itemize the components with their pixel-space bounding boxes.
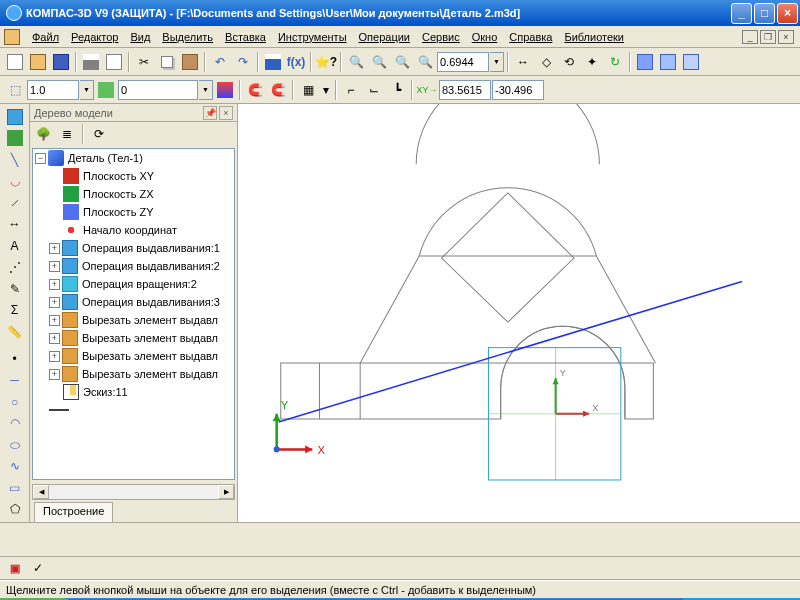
panel-close-button[interactable]: × bbox=[219, 106, 233, 120]
panel-pin-button[interactable]: 📌 bbox=[203, 106, 217, 120]
tool-arc[interactable]: ◠ bbox=[3, 414, 27, 434]
tool-rect[interactable]: ▭ bbox=[3, 478, 27, 498]
maximize-button[interactable]: □ bbox=[754, 3, 775, 24]
redo-button[interactable]: ↷ bbox=[232, 51, 254, 73]
tool-hatch[interactable]: ⋰ bbox=[3, 258, 27, 278]
mdi-restore[interactable]: ❐ bbox=[760, 30, 776, 44]
tool-sketch[interactable] bbox=[3, 107, 27, 127]
scroll-left-button[interactable]: ◀ bbox=[33, 485, 49, 499]
layer-input[interactable] bbox=[118, 80, 198, 100]
menu-window[interactable]: Окно bbox=[466, 29, 504, 45]
zoom-input[interactable] bbox=[437, 52, 489, 72]
menu-tools[interactable]: Инструменты bbox=[272, 29, 353, 45]
tool-edit[interactable]: ✎ bbox=[3, 279, 27, 299]
tab-build[interactable]: Построение bbox=[34, 502, 113, 522]
tool-surface[interactable]: ◡ bbox=[3, 172, 27, 192]
paste-button[interactable] bbox=[179, 51, 201, 73]
tool-dimension[interactable]: ↔ bbox=[3, 215, 27, 235]
tree-hscroll[interactable]: ◀ ▶ bbox=[32, 484, 235, 500]
tree-plane-xy[interactable]: Плоскость XY bbox=[83, 170, 154, 182]
menu-service[interactable]: Сервис bbox=[416, 29, 466, 45]
tree-op-6[interactable]: Вырезать элемент выдавл bbox=[82, 332, 218, 344]
help-button[interactable]: ⭐? bbox=[315, 51, 337, 73]
zoom-in-button[interactable]: 🔍 bbox=[345, 51, 367, 73]
stop-button[interactable]: ▣ bbox=[4, 557, 26, 579]
new-button[interactable] bbox=[4, 51, 26, 73]
tree-plane-zx[interactable]: Плоскость ZX bbox=[83, 188, 154, 200]
cut-button[interactable]: ✂ bbox=[133, 51, 155, 73]
tree-mode-1[interactable]: 🌳 bbox=[32, 123, 54, 145]
tool-point[interactable]: • bbox=[3, 349, 27, 369]
open-button[interactable] bbox=[27, 51, 49, 73]
menu-insert[interactable]: Вставка bbox=[219, 29, 272, 45]
tool-ellipse[interactable]: ⬭ bbox=[3, 435, 27, 455]
coord-x-input[interactable] bbox=[439, 80, 491, 100]
style-button[interactable]: ⬚ bbox=[4, 79, 26, 101]
tree-root[interactable]: Деталь (Тел-1) bbox=[68, 152, 143, 164]
refresh-button[interactable]: ↻ bbox=[604, 51, 626, 73]
tree-mode-2[interactable]: ≣ bbox=[56, 123, 78, 145]
tree-sketch[interactable]: Эскиз:11 bbox=[83, 386, 128, 398]
zoom-prev-button[interactable]: ◇ bbox=[535, 51, 557, 73]
tree-op-7[interactable]: Вырезать элемент выдавл bbox=[82, 350, 218, 362]
print-button[interactable] bbox=[80, 51, 102, 73]
tree-op-1[interactable]: Операция выдавливания:1 bbox=[82, 242, 220, 254]
mdi-minimize[interactable]: _ bbox=[742, 30, 758, 44]
model-tree[interactable]: −Деталь (Тел-1) Плоскость XY Плоскость Z… bbox=[32, 148, 235, 480]
style-input-1[interactable] bbox=[27, 80, 79, 100]
render-mode-1[interactable] bbox=[634, 51, 656, 73]
layer-manage-button[interactable] bbox=[214, 79, 236, 101]
rotate-button[interactable]: ⟲ bbox=[558, 51, 580, 73]
tree-op-8[interactable]: Вырезать элемент выдавл bbox=[82, 368, 218, 380]
tool-poly[interactable]: ⬠ bbox=[3, 500, 27, 520]
tree-origin[interactable]: Начало координат bbox=[83, 224, 177, 236]
tool-ruler[interactable]: 📏 bbox=[3, 322, 27, 342]
tool-measure[interactable]: ⟋ bbox=[3, 193, 27, 213]
zoom-dropdown[interactable]: ▼ bbox=[490, 52, 504, 72]
minimize-button[interactable]: _ bbox=[731, 3, 752, 24]
pan-button[interactable]: ↔ bbox=[512, 51, 534, 73]
tool-text[interactable]: A bbox=[3, 236, 27, 256]
close-button[interactable]: × bbox=[777, 3, 798, 24]
menu-operations[interactable]: Операции bbox=[353, 29, 416, 45]
snap-1[interactable]: 🧲 bbox=[244, 79, 266, 101]
orbit-button[interactable]: ✦ bbox=[581, 51, 603, 73]
coord-y-input[interactable] bbox=[492, 80, 544, 100]
zoom-out-button[interactable]: 🔍 bbox=[368, 51, 390, 73]
tool-seg[interactable]: ─ bbox=[3, 371, 27, 391]
apply-button[interactable]: ✓ bbox=[27, 557, 49, 579]
ortho-button[interactable]: ⌐ bbox=[340, 79, 362, 101]
menu-editor[interactable]: Редактор bbox=[65, 29, 124, 45]
tree-op-3[interactable]: Операция вращения:2 bbox=[82, 278, 197, 290]
grid-drop[interactable]: ▾ bbox=[320, 79, 332, 101]
zoom-fit-button[interactable]: 🔍 bbox=[414, 51, 436, 73]
render-mode-3[interactable] bbox=[680, 51, 702, 73]
mdi-close[interactable]: × bbox=[778, 30, 794, 44]
tool-line[interactable]: ╲ bbox=[3, 150, 27, 170]
grid-button[interactable]: ▦ bbox=[297, 79, 319, 101]
menu-select[interactable]: Выделить bbox=[156, 29, 219, 45]
tool-param[interactable]: Σ bbox=[3, 301, 27, 321]
menu-view[interactable]: Вид bbox=[124, 29, 156, 45]
fx-button[interactable]: f(x) bbox=[285, 51, 307, 73]
local-cs-button[interactable]: ⌙ bbox=[363, 79, 385, 101]
save-button[interactable] bbox=[50, 51, 72, 73]
preview-button[interactable] bbox=[103, 51, 125, 73]
menu-file[interactable]: Файл bbox=[26, 29, 65, 45]
menu-libraries[interactable]: Библиотеки bbox=[558, 29, 630, 45]
render-mode-2[interactable] bbox=[657, 51, 679, 73]
copy-button[interactable] bbox=[156, 51, 178, 73]
style-dropdown-1[interactable]: ▼ bbox=[80, 80, 94, 100]
tool-part[interactable] bbox=[3, 129, 27, 149]
zoom-window-button[interactable]: 🔍 bbox=[391, 51, 413, 73]
tree-refresh[interactable]: ⟳ bbox=[88, 123, 110, 145]
tree-op-2[interactable]: Операция выдавливания:2 bbox=[82, 260, 220, 272]
scroll-right-button[interactable]: ▶ bbox=[218, 485, 234, 499]
model-canvas[interactable]: X Y X Y bbox=[238, 104, 800, 522]
tree-op-4[interactable]: Операция выдавливания:3 bbox=[82, 296, 220, 308]
layer-dropdown[interactable]: ▼ bbox=[199, 80, 213, 100]
menu-help[interactable]: Справка bbox=[503, 29, 558, 45]
layer-button[interactable] bbox=[95, 79, 117, 101]
tool-spline[interactable]: ∿ bbox=[3, 457, 27, 477]
tree-plane-zy[interactable]: Плоскость ZY bbox=[83, 206, 154, 218]
